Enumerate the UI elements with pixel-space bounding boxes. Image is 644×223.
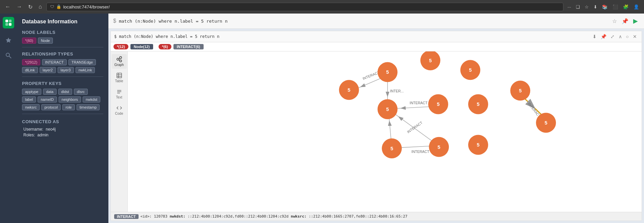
graph-container: Graph Table xyxy=(111,51,642,212)
view-text-label: Text xyxy=(116,95,122,99)
prop-tag-nameid[interactable]: nameID xyxy=(38,96,57,103)
result-area: $ match (n:Node) where n.label = 5 retur… xyxy=(110,31,642,221)
svg-line-9 xyxy=(119,58,120,59)
view-code-button[interactable]: Code xyxy=(112,103,127,117)
node-n2-label: 5 xyxy=(386,69,389,75)
panel-title: Database Information xyxy=(22,19,103,25)
prop-tag-role[interactable]: role xyxy=(62,104,75,110)
rel-tag-layer2[interactable]: layer2 xyxy=(40,67,56,73)
node-tag-all[interactable]: *(60) xyxy=(22,38,36,44)
home-button[interactable]: ⌂ xyxy=(37,3,44,10)
bookmarks-library-button[interactable]: 📚 xyxy=(601,4,609,10)
status-bar: INTERACT <id>: 120783 nwkdst: ::212:4b00… xyxy=(111,212,642,221)
app-logo[interactable] xyxy=(3,17,14,28)
node-n7-label: 5 xyxy=(477,102,479,107)
rel-tag-interact[interactable]: INTERACT xyxy=(42,59,67,65)
node-n6-label: 5 xyxy=(437,102,439,107)
address-bar[interactable]: 🛡 🔒 localhost:7474/browser/ xyxy=(46,3,563,11)
container-button[interactable]: ⬛ xyxy=(611,4,620,10)
count-badge[interactable]: *(12) xyxy=(113,44,128,49)
refresh-button[interactable]: ↻ xyxy=(26,3,34,11)
edge-label-n9-n10: INTERACT xyxy=(412,150,430,154)
node-n3-label: 5 xyxy=(429,58,432,63)
rel-tag-transedge[interactable]: TRANSEdge xyxy=(68,59,96,65)
result-header-actions: ⬇ 📌 ⤢ ∧ ○ ✕ xyxy=(591,33,638,40)
view-graph-button[interactable]: Graph xyxy=(112,54,127,69)
prop-tag-dlsrc[interactable]: dlsrc xyxy=(74,89,88,95)
app-container: Database Information Node Labels *(60) N… xyxy=(0,14,644,223)
svg-point-6 xyxy=(117,58,119,60)
svg-point-4 xyxy=(6,53,9,57)
username-row: Username: neo4j xyxy=(22,127,103,132)
back-button[interactable]: ← xyxy=(3,3,12,10)
rel-tag-nwklink[interactable]: nwkLink xyxy=(76,67,95,73)
prop-tag-apptype[interactable]: apptype xyxy=(22,89,41,95)
prop-tag-neighbors[interactable]: neighbors xyxy=(59,96,81,103)
bookmark-button[interactable]: ☆ xyxy=(583,4,590,10)
edge-label-n10-n5: INTERACT xyxy=(406,120,423,134)
interact-badge[interactable]: INTERACT(6) xyxy=(173,44,204,49)
profile-button[interactable]: 👤 xyxy=(632,4,641,10)
rel-tag-layer3[interactable]: layer3 xyxy=(58,67,74,73)
sidebar-item-search[interactable] xyxy=(3,50,14,61)
username-value: neo4j xyxy=(46,127,56,132)
edge-n6-n5 xyxy=(396,107,430,108)
prop-tag-timestamp[interactable]: timestamp xyxy=(77,104,100,110)
edge-label-n2-n1: INTERACT xyxy=(362,70,380,81)
status-nwkdst-label: nwkdst: xyxy=(170,214,185,219)
rel-count-badge[interactable]: *(6) xyxy=(159,44,171,49)
prop-tag-nwksrc[interactable]: nwksrc xyxy=(22,104,40,110)
prop-tag-data[interactable]: data xyxy=(43,89,56,95)
result-tabs-row: *(12) Node(12) *(6) INTERACT(6) xyxy=(111,42,642,51)
node-n8-label: 5 xyxy=(519,88,522,93)
lock-icon: 🔒 xyxy=(56,4,61,9)
edge-label-n6-n5: INTERACT xyxy=(410,101,428,105)
view-table-button[interactable]: Table xyxy=(112,70,127,85)
edge-n9-n5 xyxy=(389,116,391,140)
browser-chrome: ← → ↻ ⌂ 🛡 🔒 localhost:7474/browser/ ··· … xyxy=(0,0,644,14)
pin-query-button[interactable]: 📌 xyxy=(620,17,630,25)
prop-tag-dldst[interactable]: dldst xyxy=(58,89,72,95)
menu-button[interactable]: ··· xyxy=(566,4,573,10)
run-query-button[interactable]: ▶ xyxy=(632,17,639,25)
icon-sidebar xyxy=(0,14,17,223)
node-labels-tags: *(60) Node xyxy=(22,38,103,44)
extensions-button[interactable]: 🧩 xyxy=(622,4,630,10)
close-result-button[interactable]: ✕ xyxy=(631,33,638,40)
graph-area[interactable]: INTERACT INTER... INTERACT INTERACT xyxy=(128,51,642,212)
prop-tag-label[interactable]: label xyxy=(22,96,36,103)
forward-button[interactable]: → xyxy=(15,3,24,10)
view-text-button[interactable]: Text xyxy=(112,87,127,101)
rel-tag-all[interactable]: *(2912) xyxy=(22,59,40,65)
node-n11-label: 5 xyxy=(477,142,479,148)
svg-line-10 xyxy=(119,60,120,61)
divider-2 xyxy=(22,76,103,77)
result-query-text: $ match (n:Node) where n.label = 5 retur… xyxy=(114,34,588,39)
prop-tag-protocol[interactable]: protocol xyxy=(41,104,61,110)
sidebar-item-favorites[interactable] xyxy=(3,35,14,45)
query-input[interactable] xyxy=(119,19,608,24)
username-label: Username: xyxy=(23,127,43,132)
download-button[interactable]: ⬇ xyxy=(592,4,599,10)
search-result-button[interactable]: ○ xyxy=(625,33,630,40)
roles-label: Roles: xyxy=(23,133,35,137)
roles-value: admin xyxy=(37,133,48,137)
pocket-button[interactable]: ❏ xyxy=(575,4,581,10)
rel-tag-dllink[interactable]: dlLink xyxy=(22,67,38,73)
status-id: <id>: 120783 nwkdst: ::212:4b00:1204:c92… xyxy=(141,214,408,219)
prop-keys-tags: apptype data dldst dlsrc label nameID ne… xyxy=(22,89,103,110)
node-tag-node[interactable]: Node xyxy=(38,38,53,44)
view-switcher: Graph Table xyxy=(111,51,128,212)
svg-rect-2 xyxy=(5,23,8,26)
expand-result-button[interactable]: ⤢ xyxy=(609,33,616,40)
collapse-result-button[interactable]: ∧ xyxy=(617,33,623,40)
prop-tag-nwkdst[interactable]: nwkdst xyxy=(83,96,100,103)
edge-n9-n10 xyxy=(399,146,433,148)
download-result-button[interactable]: ⬇ xyxy=(591,33,598,40)
favorite-query-button[interactable]: ☆ xyxy=(611,17,618,25)
graph-svg: INTERACT INTER... INTERACT INTERACT xyxy=(128,51,642,212)
node-badge[interactable]: Node(12) xyxy=(130,44,153,49)
browser-actions: ··· ❏ ☆ ⬇ 📚 ⬛ 🧩 👤 xyxy=(566,4,641,10)
connected-as-title: Connected as xyxy=(22,119,103,124)
pin-result-button[interactable]: 📌 xyxy=(599,33,608,40)
